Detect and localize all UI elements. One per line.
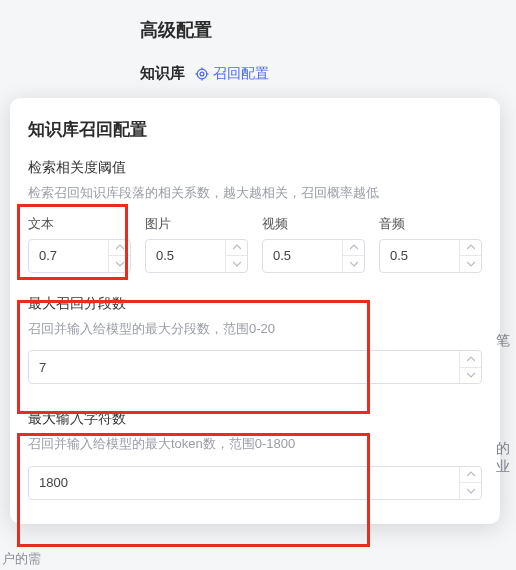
spinner	[225, 240, 247, 272]
step-down-button[interactable]	[460, 483, 481, 499]
max-chars-section: 最大输入字符数 召回并输入给模型的最大token数，范围0-1800	[28, 410, 482, 500]
max-chars-desc: 召回并输入给模型的最大token数，范围0-1800	[28, 434, 482, 454]
target-icon	[195, 67, 209, 81]
relevance-desc: 检索召回知识库段落的相关系数，越大越相关，召回概率越低	[28, 183, 482, 203]
spinner	[459, 351, 481, 383]
bg-cut-text-2: 的业	[496, 440, 514, 476]
step-down-button[interactable]	[109, 256, 130, 272]
step-up-button[interactable]	[460, 240, 481, 257]
threshold-col-text: 文本	[28, 215, 131, 273]
relevance-section: 检索相关度阈值 检索召回知识库段落的相关系数，越大越相关，召回概率越低 文本 图…	[28, 159, 482, 273]
page-title: 高级配置	[140, 18, 516, 42]
max-segments-desc: 召回并输入给模型的最大分段数，范围0-20	[28, 319, 482, 339]
threshold-col-audio: 音频	[379, 215, 482, 273]
step-up-button[interactable]	[460, 467, 481, 484]
threshold-col-image: 图片	[145, 215, 248, 273]
panel-title: 知识库召回配置	[28, 118, 482, 141]
relevance-label: 检索相关度阈值	[28, 159, 482, 177]
step-down-button[interactable]	[460, 256, 481, 272]
text-threshold-input[interactable]	[28, 239, 131, 273]
svg-point-0	[197, 69, 207, 79]
threshold-col-video: 视频	[262, 215, 365, 273]
step-down-button[interactable]	[226, 256, 247, 272]
spinner	[342, 240, 364, 272]
spinner	[459, 240, 481, 272]
max-chars-label: 最大输入字符数	[28, 410, 482, 428]
kb-label: 知识库	[140, 64, 185, 83]
bg-cut-text-3: 户的需	[2, 550, 41, 568]
step-up-button[interactable]	[343, 240, 364, 257]
col-label-image: 图片	[145, 215, 248, 233]
bg-cut-text-1: 笔	[496, 330, 514, 351]
recall-config-panel: 知识库召回配置 检索相关度阈值 检索召回知识库段落的相关系数，越大越相关，召回概…	[10, 98, 500, 524]
col-label-audio: 音频	[379, 215, 482, 233]
col-label-video: 视频	[262, 215, 365, 233]
step-down-button[interactable]	[460, 368, 481, 384]
max-segments-section: 最大召回分段数 召回并输入给模型的最大分段数，范围0-20	[28, 295, 482, 385]
max-segments-input[interactable]	[28, 350, 482, 384]
kb-row: 知识库 召回配置	[140, 64, 516, 83]
video-threshold-input[interactable]	[262, 239, 365, 273]
max-chars-input[interactable]	[28, 466, 482, 500]
background-header: 高级配置 知识库 召回配置	[0, 0, 516, 83]
recall-config-link-text: 召回配置	[213, 65, 269, 83]
spinner	[108, 240, 130, 272]
svg-point-1	[200, 72, 204, 76]
audio-threshold-input[interactable]	[379, 239, 482, 273]
col-label-text: 文本	[28, 215, 131, 233]
step-up-button[interactable]	[460, 351, 481, 368]
step-up-button[interactable]	[109, 240, 130, 257]
max-segments-field[interactable]	[29, 351, 481, 383]
recall-config-link[interactable]: 召回配置	[195, 65, 269, 83]
threshold-row: 文本 图片	[28, 215, 482, 273]
max-segments-label: 最大召回分段数	[28, 295, 482, 313]
step-down-button[interactable]	[343, 256, 364, 272]
max-chars-field[interactable]	[29, 467, 481, 499]
image-threshold-input[interactable]	[145, 239, 248, 273]
spinner	[459, 467, 481, 499]
step-up-button[interactable]	[226, 240, 247, 257]
